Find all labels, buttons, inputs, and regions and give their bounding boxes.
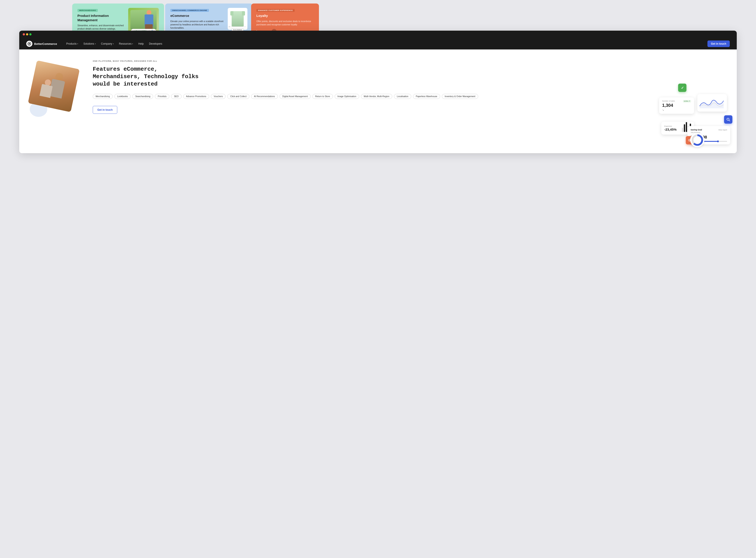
sales-badge: 3.5% ↗: [683, 100, 691, 102]
browser-chrome: [19, 31, 737, 38]
bg-card-title-loyalty: Loyalty: [256, 14, 314, 18]
feature-tags: Merchandising Lookbooks Searchandising P…: [93, 94, 726, 99]
bg-card-desc-loyalty: Offer points, discounts and exclusive de…: [256, 20, 314, 26]
saving-progress-dot: [717, 141, 719, 142]
sales-trend-icon: ↘: [662, 109, 664, 111]
tag-return-to-store[interactable]: Return to Store: [312, 94, 333, 99]
widget-line-chart: [697, 94, 727, 111]
bar-1: [682, 128, 683, 132]
nav-item-solutions[interactable]: Solutions ▾: [81, 41, 98, 47]
tag-pricelists[interactable]: Pricelists: [155, 94, 169, 99]
logo-text: BetterCommerce: [34, 42, 57, 46]
browser-dot-maximize[interactable]: [29, 33, 31, 35]
bg-card-title-merchandising: Product Information Management: [77, 14, 125, 22]
saving-title: Saving Goal: [690, 129, 702, 131]
tag-localisation[interactable]: Localisation: [394, 94, 411, 99]
hero-cta-button[interactable]: Get in touch: [93, 106, 117, 114]
widget-search[interactable]: [724, 115, 732, 124]
bg-card-desc-ecommerce: Elevate your online presence with a scal…: [171, 20, 224, 29]
tag-seo[interactable]: SEO: [171, 94, 181, 99]
tag-image-optimisation[interactable]: Image Optimisation: [335, 94, 359, 99]
expenses-value: -23,45%: [664, 128, 677, 131]
bg-card-desc-merchandising: Streamline, enhance, and disseminate enr…: [77, 24, 125, 30]
nav-item-company[interactable]: Company ▾: [99, 41, 116, 47]
expenses-label: Expenses: [664, 125, 677, 127]
browser-window: BetterCommerce Products ▾ Solutions ▾ Co…: [19, 31, 737, 153]
hero-image-container: [30, 60, 78, 121]
tag-inventory-order-management[interactable]: Inventory & Order Management: [442, 94, 478, 99]
navbar: BetterCommerce Products ▾ Solutions ▾ Co…: [19, 38, 737, 49]
logo-inner-ring: [28, 42, 31, 46]
sales-label: Number of sales: [662, 100, 675, 102]
search-icon: [726, 118, 730, 122]
logo-icon: [26, 41, 32, 47]
tag-ai-recommendations[interactable]: AI Recommendations: [251, 94, 278, 99]
tag-searchandising[interactable]: Searchandising: [132, 94, 153, 99]
nav-item-help[interactable]: Help: [136, 41, 146, 47]
hero-image-section: [30, 60, 82, 121]
tag-click-and-collect[interactable]: Click and Collect: [227, 94, 249, 99]
widget-donut-chart: [690, 133, 704, 147]
tag-paperless-warehouse[interactable]: Paperless Warehouse: [413, 94, 440, 99]
main-content: ONE PLATFORM, MANY FEATURES, DESIGNED FO…: [19, 49, 737, 130]
sales-value: 1,304: [662, 103, 691, 108]
nav-item-products[interactable]: Products ▾: [64, 41, 80, 47]
hero-title: Features eCommerce, Merchandisers, Techn…: [93, 66, 726, 88]
browser-dots: [23, 33, 31, 35]
tag-vouchers[interactable]: Vouchers: [211, 94, 226, 99]
svg-line-1: [729, 120, 730, 121]
bg-card-badge-merchandising: MERCHANDISING: [77, 9, 98, 12]
bg-card-badge-loyalty: ENHANCE CUSTOMER EXPERIENCE: [256, 9, 295, 12]
navbar-logo[interactable]: BetterCommerce: [26, 41, 57, 47]
donut-svg: [691, 134, 704, 146]
chevron-down-icon: ▾: [132, 43, 133, 45]
nav-items: Products ▾ Solutions ▾ Company ▾ Resourc…: [64, 41, 707, 47]
nav-item-developers[interactable]: Developers: [147, 41, 164, 47]
chevron-down-icon: ▾: [95, 43, 96, 45]
browser-dot-minimize[interactable]: [26, 33, 28, 35]
bar-3: [686, 122, 687, 132]
tag-multi-vendor[interactable]: Multi-Vendor, Multi-Region: [361, 94, 392, 99]
tag-merchandising[interactable]: Merchandising: [93, 94, 113, 99]
nav-cta-button[interactable]: Get in touch: [707, 41, 730, 47]
chevron-down-icon: ▾: [77, 43, 78, 45]
chevron-down-icon: ▾: [113, 43, 114, 45]
hero-photo-diamond: [28, 60, 80, 112]
hero-photo-inner: [28, 60, 80, 112]
tag-advance-promotions[interactable]: Advance Promotions: [183, 94, 209, 99]
nav-item-resources[interactable]: Resources ▾: [117, 41, 135, 47]
bg-card-title-ecommerce: eCommerce: [171, 14, 224, 18]
bg-card-badge-ecommerce: OMNICHANNEL COMMERCE ENGINE: [171, 9, 209, 12]
hero-eyebrow: ONE PLATFORM, MANY FEATURES, DESIGNED FO…: [93, 60, 726, 62]
bar-2: [684, 124, 685, 132]
tag-digital-asset-management[interactable]: Digital Asset Management: [280, 94, 311, 99]
widget-sales: Number of sales 3.5% ↗ 1,304 ↘: [659, 97, 694, 114]
tag-lookbooks[interactable]: Lookbooks: [114, 94, 131, 99]
line-chart-svg: [700, 96, 724, 108]
content-section: ONE PLATFORM, MANY FEATURES, DESIGNED FO…: [93, 60, 726, 121]
saving-view-report[interactable]: View report: [719, 129, 727, 131]
widget-check: ✓: [678, 83, 686, 92]
browser-dot-close[interactable]: [23, 33, 25, 35]
check-icon: ✓: [681, 86, 684, 90]
